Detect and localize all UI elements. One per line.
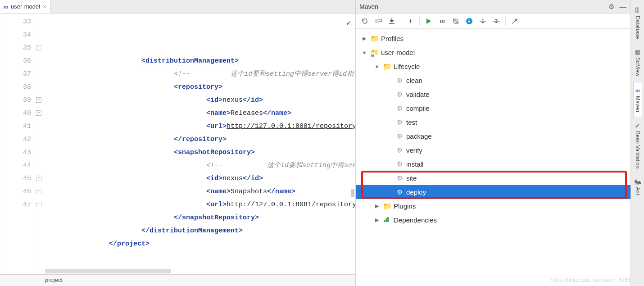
tree-node-label: clean [406,77,422,84]
right-tool-strip: 🗄Database▦SciViewmMaven✔Bean Validation🐜… [630,0,644,286]
toolbar-run-button[interactable] [422,15,435,27]
toolbar-skip-button[interactable] [449,15,462,27]
fold-toggle[interactable]: − [36,110,41,116]
vertical-scrollbar[interactable] [350,32,355,198]
dependencies-icon [383,216,391,224]
folder-icon: 📁 [370,34,378,43]
fold-toggle[interactable]: − [36,176,41,181]
tree-node-label: package [406,132,432,140]
expand-arrow-icon[interactable]: ▶ [374,203,380,209]
folder-icon: 📁 [383,202,391,210]
tree-node-profiles[interactable]: ▶📁Profiles [356,32,630,45]
fold-toggle[interactable]: − [36,97,41,103]
toolbar-download-button[interactable] [385,15,398,27]
tree-node-label: Lifecycle [394,63,420,70]
breadcrumb[interactable]: project [0,274,355,286]
toolbar-bolt-button[interactable] [463,15,476,27]
editor-tab-title: user-model [11,3,40,10]
tree-node-label: Plugins [394,202,416,210]
tree-node-label: user-model [381,49,415,56]
expand-arrow-icon[interactable]: ▼ [374,64,380,69]
toolwindow-tab-database[interactable]: 🗄Database [634,3,642,43]
toolwindow-tab-sciview[interactable]: ▦SciView [634,44,642,81]
toolbar-wrench-button[interactable] [508,15,521,27]
tree-node-label: test [406,118,417,126]
gear-icon: ⚙ [395,188,404,196]
gear-icon: ⚙ [395,77,404,85]
toolbar-reload-button[interactable] [358,15,371,27]
tree-node-package[interactable]: ⚙package [356,129,630,143]
tree-node-verify[interactable]: ⚙verify [356,143,630,157]
tree-node-label: Dependencies [394,216,437,224]
tree-node-label: validate [406,91,430,98]
gear-icon: ⚙ [395,146,404,154]
gear-icon[interactable]: ⚙ [607,3,615,11]
tree-node-install[interactable]: ⚙install [356,157,630,171]
expand-arrow-icon[interactable]: ▼ [361,50,367,55]
module-icon: 📁m [370,48,378,57]
toolwindow-tab-ant[interactable]: 🐜Ant [633,174,642,200]
maven-tree[interactable]: ▶📁Profiles▼📁muser-model▼📁Lifecycle⚙clean… [356,29,630,286]
tree-node-label: deploy [406,188,426,196]
fold-toggle[interactable]: − [36,202,41,207]
tree-node-test[interactable]: ⚙test [356,115,630,129]
minimize-icon[interactable]: — [619,3,627,11]
gear-icon: ⚙ [395,91,404,99]
editor-area: m user-model × 3334353637383940414243444… [0,0,356,286]
gear-icon: ⚙ [395,132,404,141]
gear-icon: ⚙ [395,174,404,182]
tree-node-deploy[interactable]: ⚙deploy [356,185,630,199]
tree-node-dependencies[interactable]: ▶Dependencies [356,213,630,227]
editor-tab-user-model[interactable]: m user-model × [0,0,50,13]
tree-node-label: Profiles [381,35,404,42]
fold-toggle[interactable]: − [36,189,41,194]
tree-node-lifecycle[interactable]: ▼📁Lifecycle [356,59,630,73]
toolbar-m-button[interactable]: m [436,15,449,27]
maven-panel-header: Maven ⚙ — [356,0,630,14]
line-number-gutter: 333435363738394041424344454647 [8,14,35,274]
tree-node-label: install [406,160,423,168]
toolwindow-tab-bean-validation[interactable]: ✔Bean Validation [634,118,642,173]
svg-rect-2 [384,220,385,222]
toolbar-generate-button[interactable] [372,15,385,27]
expand-arrow-icon[interactable]: ▶ [361,36,367,41]
expand-arrow-icon[interactable]: ▶ [374,217,380,223]
maven-panel: Maven ⚙ — ＋m ▶📁Profiles▼📁muser-model▼📁Li… [356,0,630,286]
fold-toggle[interactable]: − [36,45,41,50]
left-gutter-strip [0,14,8,274]
close-icon[interactable]: × [43,3,46,10]
svg-rect-4 [387,217,389,222]
svg-rect-3 [385,218,387,222]
gear-icon: ⚙ [395,118,404,127]
tree-node-label: site [406,174,417,182]
horizontal-scrollbar[interactable] [45,268,351,274]
maven-panel-title: Maven [359,3,603,10]
toolbar-collapse-button[interactable] [490,15,503,27]
tree-node-clean[interactable]: ⚙clean [356,73,630,87]
tree-node-validate[interactable]: ⚙validate [356,87,630,101]
toolbar-expand-button[interactable] [476,15,489,27]
analysis-ok-icon: ✔ [346,17,351,30]
maven-file-icon: m [4,3,8,10]
gear-icon: ⚙ [395,104,404,113]
tree-node-compile[interactable]: ⚙compile [356,101,630,115]
tree-node-site[interactable]: ⚙site [356,171,630,185]
toolwindow-tab-maven[interactable]: mMaven [633,82,642,117]
tree-node-label: compile [406,104,430,112]
code-content[interactable]: ✔ <distributionManagement> <!-- 这个id要和se… [43,14,355,274]
toolbar-add-button[interactable]: ＋ [404,15,417,27]
tree-node-label: verify [406,146,422,154]
watermark: https://blog.csdn.net/weixin_4265 [551,277,630,283]
editor-tabbar: m user-model × [0,0,355,14]
code-editor[interactable]: 333435363738394041424344454647 −−−−−− ✔ … [0,14,355,274]
maven-toolbar: ＋m [356,14,630,29]
fold-column[interactable]: −−−−−− [35,14,43,274]
tree-node-user-model[interactable]: ▼📁muser-model [356,45,630,59]
tree-node-plugins[interactable]: ▶📁Plugins [356,199,630,213]
gear-icon: ⚙ [395,160,404,168]
folder-icon: 📁 [383,62,391,71]
